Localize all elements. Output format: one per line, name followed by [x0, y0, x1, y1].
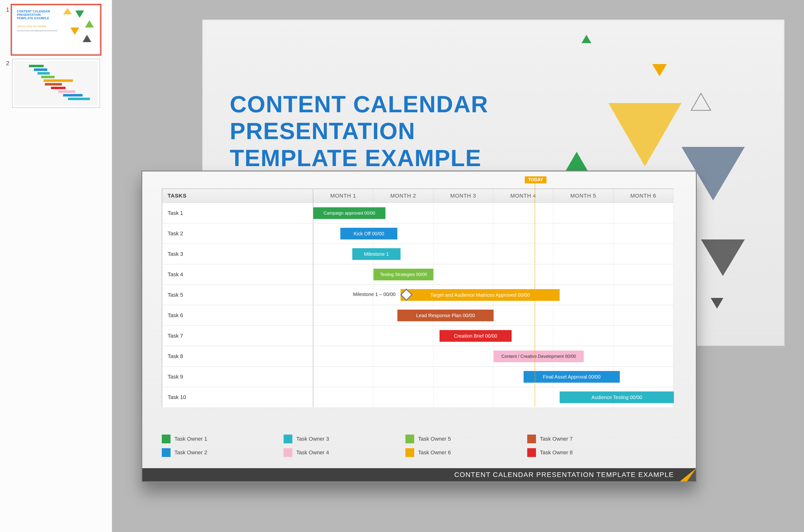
- legend-label: Task Owner 4: [296, 450, 329, 456]
- gantt-row-8: Task 8Content / Creative Development 00/…: [162, 346, 673, 366]
- legend-swatch-icon: [406, 435, 414, 443]
- gantt-row-7-task-label: Task 7: [162, 326, 313, 346]
- gantt-chart: TASKS MONTH 1 MONTH 2 MONTH 3 MONTH 4 MO…: [162, 189, 673, 407]
- today-marker-label: TODAY: [525, 176, 546, 184]
- thumbnail-1-body: Lorem ipsum dolor sit amet adipiscing el…: [17, 30, 61, 32]
- legend-label: Task Owner 8: [540, 450, 573, 456]
- legend-item-5: Task Owner 5: [406, 435, 527, 443]
- slide-thumbnail-panel: 1 CONTENT CALENDAR PRESENTATION TEMPLATE…: [0, 0, 112, 532]
- gantt-bar-8[interactable]: Content / Creative Development 00/00: [493, 350, 584, 362]
- gantt-row-5: Task 5Target and Audience Matrices Appro…: [162, 285, 673, 305]
- slide-footer-text: CONTENT CALENDAR PRESENTATION TEMPLATE E…: [454, 471, 689, 479]
- today-marker-line: [535, 176, 535, 406]
- footer-accent-icon-2: [687, 468, 696, 482]
- gantt-row-9-task-label: Task 9: [162, 367, 313, 387]
- legend-item-3: Task Owner 3: [284, 435, 406, 443]
- gantt-month-5: MONTH 5: [553, 189, 613, 203]
- gantt-row-3: Task 3Milestone 1: [162, 244, 673, 264]
- thumbnail-1-row[interactable]: 1 CONTENT CALENDAR PRESENTATION TEMPLATE…: [0, 3, 112, 57]
- gantt-bar-2[interactable]: Kick Off 00/00: [340, 228, 397, 240]
- legend-label: Task Owner 7: [540, 436, 573, 442]
- gantt-row-6: Task 6Lead Response Plan 00/00: [162, 305, 673, 325]
- legend-label: Task Owner 3: [296, 436, 329, 442]
- gantt-row-10-task-label: Task 10: [162, 387, 313, 407]
- gantt-bar-9[interactable]: Final Asset Approval 00/00: [524, 371, 620, 383]
- thumbnail-1-title: CONTENT CALENDAR PRESENTATION TEMPLATE E…: [17, 10, 50, 20]
- thumbnail-1-notes: Notes for Using This Template: [17, 25, 46, 27]
- thumbnail-2[interactable]: [12, 59, 100, 108]
- legend-swatch-icon: [406, 448, 414, 457]
- legend-swatch-icon: [162, 435, 171, 443]
- gantt-bar-4[interactable]: Testing Strategies 00/00: [374, 269, 434, 280]
- gantt-month-4: MONTH 4: [493, 189, 553, 203]
- gantt-month-2: MONTH 2: [373, 189, 433, 203]
- gantt-row-8-task-label: Task 8: [162, 346, 313, 366]
- gantt-row-2-task-label: Task 2: [162, 223, 313, 244]
- slide-1-title: CONTENT CALENDAR PRESENTATION TEMPLATE E…: [230, 91, 488, 171]
- gantt-bar-1[interactable]: Campaign approved 00/00: [313, 207, 386, 219]
- legend-item-1: Task Owner 1: [162, 435, 284, 443]
- legend-swatch-icon: [527, 435, 536, 443]
- legend-item-7: Task Owner 7: [527, 435, 649, 443]
- thumbnail-2-row[interactable]: 2: [0, 57, 112, 110]
- gantt-row-6-task-label: Task 6: [162, 305, 313, 325]
- legend-item-8: Task Owner 8: [527, 448, 649, 457]
- gantt-row-2: Task 2Kick Off 00/00: [162, 223, 673, 244]
- gantt-tasks-header: TASKS: [162, 189, 313, 203]
- gantt-row-3-task-label: Task 3: [162, 244, 313, 264]
- gantt-month-6: MONTH 6: [614, 189, 673, 203]
- legend-label: Task Owner 6: [418, 450, 451, 456]
- thumbnail-1-number: 1: [4, 5, 9, 13]
- gantt-row-1-task-label: Task 1: [162, 203, 313, 223]
- gantt-bar-6[interactable]: Lead Response Plan 00/00: [397, 310, 493, 321]
- gantt-bar-10[interactable]: Audience Testing 00/00: [560, 392, 674, 403]
- legend-swatch-icon: [527, 448, 536, 457]
- legend-item-4: Task Owner 4: [284, 448, 406, 457]
- legend-item-6: Task Owner 6: [406, 448, 527, 457]
- slide-1-title-line1: CONTENT CALENDAR: [230, 91, 488, 117]
- thumbnail-1[interactable]: CONTENT CALENDAR PRESENTATION TEMPLATE E…: [12, 5, 100, 54]
- gantt-month-1: MONTH 1: [313, 189, 373, 203]
- gantt-row-7: Task 7Creation Brief 00/00: [162, 325, 673, 346]
- gantt-row-10: Task 10Audience Testing 00/00: [162, 387, 673, 407]
- legend-swatch-icon: [284, 448, 292, 457]
- gantt-legend: Task Owner 1Task Owner 3Task Owner 5Task…: [162, 432, 649, 459]
- gantt-bar-5[interactable]: Target and Audience Matrices Approved 00…: [400, 289, 560, 301]
- slide-2-gantt-slide[interactable]: TODAY TASKS MONTH 1 MONTH 2 MONTH 3 MONT…: [141, 171, 697, 482]
- editor-stage: CONTENT CALENDAR PRESENTATION TEMPLATE E…: [112, 0, 804, 532]
- gantt-bar-3[interactable]: Milestone 1: [352, 248, 400, 260]
- legend-label: Task Owner 5: [418, 436, 451, 442]
- legend-swatch-icon: [162, 448, 171, 457]
- thumbnail-1-decor: [61, 6, 100, 54]
- gantt-month-3: MONTH 3: [433, 189, 493, 203]
- legend-label: Task Owner 1: [174, 436, 207, 442]
- gantt-header-row: TASKS MONTH 1 MONTH 2 MONTH 3 MONTH 4 MO…: [162, 189, 673, 203]
- legend-label: Task Owner 2: [174, 450, 207, 456]
- legend-swatch-icon: [284, 435, 292, 443]
- svg-marker-0: [691, 93, 711, 110]
- gantt-bar-7[interactable]: Creation Brief 00/00: [440, 330, 512, 342]
- gantt-row-5-pre-label: Milestone 1 – 00/00: [313, 291, 396, 297]
- gantt-row-1: Task 1Campaign approved 00/00: [162, 203, 673, 223]
- thumbnail-2-number: 2: [4, 59, 9, 67]
- gantt-row-5-task-label: Task 5: [162, 285, 313, 305]
- legend-item-2: Task Owner 2: [162, 448, 284, 457]
- slide-1-title-line3: TEMPLATE EXAMPLE: [230, 145, 482, 171]
- gantt-row-9: Task 9Final Asset Approval 00/00: [162, 366, 673, 387]
- slide-footer-bar: CONTENT CALENDAR PRESENTATION TEMPLATE E…: [142, 468, 696, 481]
- gantt-row-4: Task 4Testing Strategies 00/00: [162, 264, 673, 285]
- slide-1-title-line2: PRESENTATION: [230, 118, 415, 144]
- gantt-row-4-task-label: Task 4: [162, 264, 313, 285]
